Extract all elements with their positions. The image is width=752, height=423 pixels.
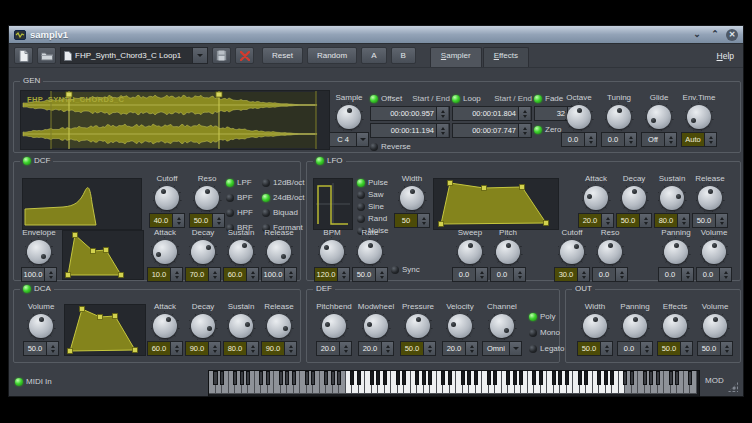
modwheel-spinner[interactable] (381, 342, 393, 355)
radio-sine[interactable]: Sine (357, 202, 388, 212)
mono-led[interactable] (529, 329, 537, 337)
reset-button[interactable]: Reset (262, 47, 303, 64)
sustain-dial[interactable] (229, 314, 253, 338)
loop-start-spinner[interactable] (518, 107, 530, 120)
decay-spinner[interactable] (639, 214, 651, 227)
key-black-30[interactable] (324, 371, 328, 385)
glide-spinner[interactable] (664, 133, 676, 146)
pressure-field[interactable]: 50.0 (400, 341, 436, 356)
env-time-dial[interactable] (687, 105, 711, 129)
key-black-73[interactable] (487, 371, 491, 385)
attack-dial[interactable] (153, 240, 177, 264)
radio-hpf[interactable]: HPF (226, 208, 253, 218)
filter-display[interactable] (22, 178, 142, 230)
octave-field[interactable]: 0.0 (561, 132, 597, 147)
title-bar[interactable]: samplv1 ⌄ ⌃ ✕ (9, 26, 743, 44)
release-field[interactable]: 90.0 (261, 341, 297, 356)
octave-spinner[interactable] (584, 133, 596, 146)
key-black-82[interactable] (519, 371, 523, 385)
attack-field[interactable]: 20.0 (578, 213, 614, 228)
tab-effects[interactable]: Effects (483, 47, 529, 67)
key-black-68[interactable] (467, 371, 471, 385)
loop-end-field[interactable]: 00:00:07.747 (452, 123, 532, 138)
key-black-78[interactable] (506, 371, 510, 385)
tab-sampler[interactable]: Sampler (430, 47, 482, 67)
zero-led[interactable] (534, 126, 542, 134)
key-black-13[interactable] (259, 371, 263, 385)
key-black-114[interactable] (643, 371, 647, 385)
pulse-led[interactable] (357, 179, 365, 187)
bpm-dial[interactable] (320, 240, 344, 264)
width-spinner[interactable] (417, 214, 429, 227)
offset-end-field[interactable]: 00:00:11.194 (370, 123, 450, 138)
midi-in-led[interactable] (15, 378, 23, 386)
release-dial[interactable] (698, 186, 722, 210)
effects-dial[interactable] (663, 314, 687, 338)
decay-field[interactable]: 90.0 (185, 341, 221, 356)
key-black-75[interactable] (493, 371, 497, 385)
key-black-37[interactable] (350, 371, 354, 385)
preset-a-button[interactable]: A (361, 47, 386, 64)
modwheel-field[interactable]: 20.0 (358, 341, 394, 356)
fade-led[interactable] (534, 95, 542, 103)
new-preset-button[interactable] (14, 47, 33, 64)
key-black-111[interactable] (630, 371, 634, 385)
key-black-15[interactable] (266, 371, 270, 385)
loop-end-spinner[interactable] (518, 124, 530, 137)
decay-spinner[interactable] (208, 342, 220, 355)
volume-spinner[interactable] (720, 342, 732, 355)
radio-lpf[interactable]: LPF (226, 178, 253, 188)
key-black-20[interactable] (285, 371, 289, 385)
release-field[interactable]: 100.0 (261, 267, 297, 282)
preset-combobox[interactable]: FHP_Synth_Chord3_C Loop1 (60, 47, 208, 64)
panning-dial[interactable] (664, 240, 688, 264)
dcf-envelope-display[interactable] (62, 230, 144, 280)
sync-led[interactable] (391, 266, 399, 274)
reso-field[interactable]: 50.0 (189, 213, 225, 228)
legato-led[interactable] (529, 345, 537, 353)
bpm-spinner[interactable] (337, 268, 349, 281)
pitchbend-field[interactable]: 20.0 (316, 341, 352, 356)
volume-dial[interactable] (702, 240, 726, 264)
maximize-button[interactable]: ⌃ (708, 28, 722, 41)
velocity-dial[interactable] (448, 314, 472, 338)
key-black-32[interactable] (331, 371, 335, 385)
key-black-49[interactable] (396, 371, 400, 385)
attack-field[interactable]: 60.0 (147, 341, 183, 356)
radio-saw[interactable]: Saw (357, 190, 388, 200)
preset-b-button[interactable]: B (391, 47, 416, 64)
pressure-spinner[interactable] (423, 342, 435, 355)
key-black-116[interactable] (649, 371, 653, 385)
radio-biquad[interactable]: Biquad (262, 208, 305, 218)
channel-dial[interactable] (490, 314, 514, 338)
key-black-27[interactable] (311, 371, 315, 385)
env-time-field[interactable]: Auto (681, 132, 717, 147)
key-black-92[interactable] (558, 371, 562, 385)
key-black-109[interactable] (623, 371, 627, 385)
cutoff-dial[interactable] (155, 186, 179, 210)
key-black-61[interactable] (441, 371, 445, 385)
sweep-dial[interactable] (458, 240, 482, 264)
sustain-spinner[interactable] (677, 214, 689, 227)
cutoff-dial[interactable] (560, 240, 584, 264)
octave-dial[interactable] (567, 105, 591, 129)
pitchbend-spinner[interactable] (339, 342, 351, 355)
sustain-spinner[interactable] (246, 268, 258, 281)
key-black-97[interactable] (578, 371, 582, 385)
sustain-field[interactable]: 80.0 (223, 341, 259, 356)
rate-field[interactable]: 50.0 (352, 267, 388, 282)
velocity-spinner[interactable] (465, 342, 477, 355)
sustain-field[interactable]: 60.0 (223, 267, 259, 282)
key-black-10[interactable] (246, 371, 250, 385)
envelope-spinner[interactable] (44, 268, 56, 281)
velocity-field[interactable]: 20.0 (442, 341, 478, 356)
key-black-18[interactable] (279, 371, 283, 385)
attack-dial[interactable] (584, 186, 608, 210)
panning-field[interactable]: 0.0 (617, 341, 653, 356)
radio-pulse[interactable]: Pulse (357, 178, 388, 188)
release-spinner[interactable] (284, 342, 296, 355)
key-black-123[interactable] (675, 371, 679, 385)
reso-dial[interactable] (598, 240, 622, 264)
envelope-dial[interactable] (27, 240, 51, 264)
key-black-44[interactable] (376, 371, 380, 385)
